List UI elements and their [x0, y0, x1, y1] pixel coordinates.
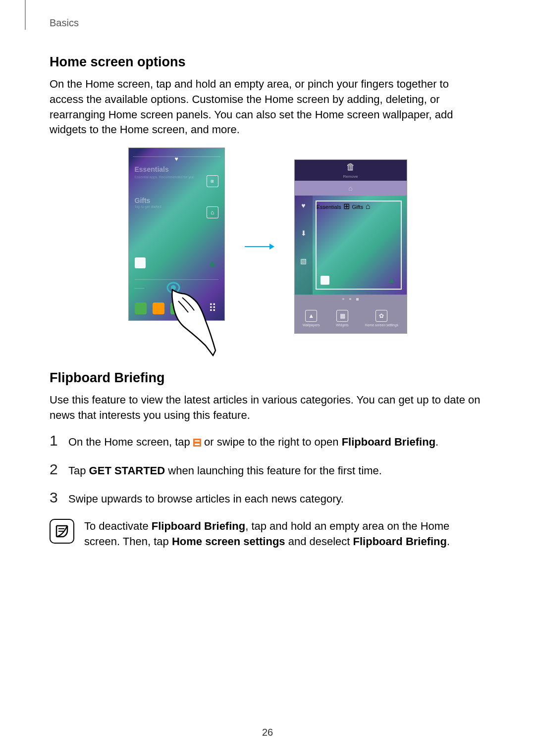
- widget-sublabel-gifts: Tap to get started: [135, 205, 161, 208]
- home-settings-label: Home screen settings: [365, 323, 398, 327]
- wallpapers-label: Wallpapers: [303, 323, 320, 327]
- trash-label: Remove: [343, 174, 358, 179]
- note-text-b1: Flipboard Briefing: [152, 520, 245, 532]
- svg-marker-3: [269, 244, 274, 250]
- picture-icon: ▧: [300, 257, 307, 265]
- page-number: 26: [262, 727, 273, 738]
- heading-flipboard-briefing: Flipboard Briefing: [50, 370, 485, 386]
- apps-grid-icon: ⊞: [207, 175, 218, 187]
- widget-label-gifts: Gifts: [135, 197, 151, 204]
- note-text-b2: Home screen settings: [172, 535, 285, 548]
- panel-label-gifts: Gifts: [352, 204, 364, 210]
- wallpapers-icon: ▲: [305, 310, 317, 322]
- illustration-home-screen-after: 🗑 Remove ⌂ ♥ ⬇ ▧ Essentials ⊞ Gifts ⌂: [294, 159, 407, 334]
- messages-icon: [170, 302, 182, 314]
- note-text-pre: To deactivate: [84, 520, 152, 532]
- heart-icon: ♥: [301, 202, 305, 209]
- page-dot: [342, 298, 344, 300]
- page-margin-bar: [25, 0, 26, 30]
- page-dot-active: [356, 298, 359, 301]
- internet-icon: [188, 302, 200, 314]
- step-3: 3 Swipe upwards to browse articles in ea…: [50, 490, 485, 507]
- settings-icon: ✿: [375, 310, 387, 322]
- arrow-right-icon: [245, 242, 274, 252]
- note-text-b3: Flipboard Briefing: [353, 535, 447, 548]
- download-icon: ⬇: [301, 229, 307, 237]
- page-dot: [349, 298, 351, 300]
- step-2: 2 Tap GET STARTED when launching this fe…: [50, 462, 485, 479]
- illustration-home-screen-before: ♥ Essentials Essential apps. Recommended…: [128, 148, 225, 321]
- note-block: To deactivate Flipboard Briefing, tap an…: [50, 519, 485, 550]
- step-number: 1: [50, 433, 59, 448]
- step-1-text-bold: Flipboard Briefing: [342, 436, 435, 448]
- trash-icon: 🗑: [346, 162, 355, 172]
- step-2-text-pre: Tap: [68, 464, 89, 477]
- breadcrumb: Basics: [50, 17, 79, 29]
- paragraph-home-screen-options: On the Home screen, tap and hold an empt…: [50, 77, 485, 138]
- tree-icon: ▲: [388, 276, 397, 285]
- widgets-icon: ▦: [336, 310, 348, 322]
- panel-label-essentials: Essentials: [317, 204, 341, 210]
- gift-icon: ⌂: [366, 202, 371, 210]
- app-icon: [321, 276, 329, 285]
- heading-home-screen-options: Home screen options: [50, 54, 485, 70]
- step-1-text-post: or swipe to the right to open: [201, 436, 342, 448]
- wallpapers-button: ▲ Wallpapers: [303, 310, 320, 327]
- gift-icon: ⌂: [207, 206, 218, 218]
- step-1: 1 On the Home screen, tap or swipe to th…: [50, 433, 485, 450]
- figure-home-screen-options: ♥ Essentials Essential apps. Recommended…: [50, 148, 485, 346]
- step-2-text-post: when launching this feature for the firs…: [165, 464, 382, 477]
- widget-label-essentials: Essentials: [135, 165, 169, 173]
- apps-icon: ⠿: [207, 302, 218, 314]
- widget-sublabel-essentials: Essential apps. Recommended for you: [135, 175, 194, 179]
- widgets-label: Widgets: [336, 323, 348, 327]
- step-number: 3: [50, 490, 59, 505]
- note-text-mid2: and deselect: [285, 535, 353, 548]
- flipboard-tile-icon: [193, 439, 201, 447]
- note-text-end: .: [447, 535, 450, 548]
- phone-icon: [135, 302, 147, 314]
- app-icon: [135, 257, 146, 268]
- home-outline-icon: ⌂: [348, 184, 352, 192]
- widgets-button: ▦ Widgets: [336, 310, 348, 327]
- dock-label: ——: [135, 285, 145, 291]
- note-icon: [50, 519, 74, 544]
- step-1-text-pre: On the Home screen, tap: [68, 436, 193, 448]
- apps-grid-icon: ⊞: [343, 202, 350, 210]
- step-number: 2: [50, 462, 59, 477]
- tree-icon: ▲: [208, 257, 218, 268]
- paragraph-flipboard-briefing: Use this feature to view the latest arti…: [50, 393, 485, 423]
- heart-icon: ♥: [174, 155, 178, 162]
- step-3-text: Swipe upwards to browse articles in each…: [68, 490, 485, 507]
- home-settings-button: ✿ Home screen settings: [365, 310, 398, 327]
- contacts-icon: [153, 302, 164, 314]
- step-2-text-bold: GET STARTED: [89, 464, 165, 477]
- step-1-text-end: .: [435, 436, 438, 448]
